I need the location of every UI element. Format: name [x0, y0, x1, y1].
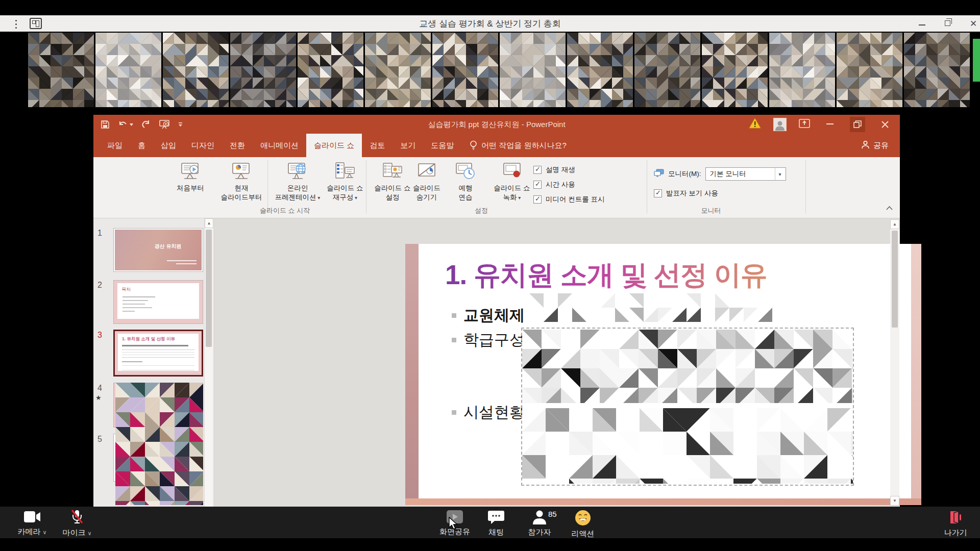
ribbon-tab-8[interactable]: 검토 [362, 134, 393, 157]
ppt-minimize-button[interactable] [822, 117, 838, 132]
slide-bullet-1: 교원체제 [452, 305, 525, 326]
ribbon-tab-1[interactable]: 파일 [100, 134, 130, 157]
participant-video-tile[interactable] [432, 33, 498, 107]
slide-bullet-3: 시설현황 [452, 402, 525, 423]
pixelated-censor-ghost [529, 293, 785, 322]
group-label-monitor: 모니터 [680, 206, 742, 215]
hide-slide-icon [407, 160, 447, 184]
participants-button[interactable]: 85 참가자 [517, 510, 562, 537]
participant-count: 85 [548, 510, 557, 518]
ribbon-tab-7[interactable]: 슬라이드 쇼 [306, 134, 362, 157]
content-placeholder-dashed[interactable] [521, 328, 854, 486]
ppt-restore-button[interactable] [850, 117, 865, 132]
checkbox-use-timings[interactable]: 시간 사용 [533, 180, 575, 189]
present-online-button[interactable]: 온라인 프레젠테이션 [270, 160, 326, 203]
pixelated-censor-block [522, 408, 853, 484]
slide-number-selected: 3 [97, 331, 102, 340]
meeting-topbar: 교생 실습 평가회 & 상반기 정기 총회 ✕ [0, 15, 980, 33]
scroll-up-icon[interactable]: ▲ [205, 218, 213, 228]
reactions-button[interactable]: 리액션 [562, 510, 603, 539]
customize-qat-icon[interactable] [178, 122, 183, 127]
mic-muted-icon [68, 510, 86, 525]
slide-thumbnail-3-selected[interactable]: 1. 유치원 소개 및 선정 이유 [113, 330, 203, 377]
chevron-down-icon: ▾ [775, 168, 781, 180]
restore-window-button[interactable] [943, 18, 954, 30]
participant-video-tile[interactable] [230, 33, 296, 107]
participant-video-tile[interactable] [702, 33, 768, 107]
video-strip [0, 32, 980, 108]
participant-video-tile[interactable] [634, 33, 700, 107]
participant-video-tile[interactable] [28, 33, 94, 107]
scroll-down-icon[interactable]: ▼ [890, 496, 899, 506]
canvas-scrollbar[interactable]: ▲ ▼ [890, 219, 899, 506]
start-slideshow-icon[interactable] [159, 119, 170, 130]
share-button[interactable]: 공유 [861, 134, 889, 157]
participant-video-tile[interactable] [567, 33, 633, 107]
scroll-up-icon[interactable]: ▲ [890, 219, 899, 229]
ribbon-tab-5[interactable]: 전환 [222, 134, 253, 157]
warning-icon[interactable] [749, 118, 761, 131]
slide-editor[interactable]: 1. 유치원 소개 및 선정 이유 교원체제 학급구성 시설현황 [405, 244, 921, 505]
bullet-marker [452, 338, 456, 342]
from-beginning-button[interactable]: 처음부터 [167, 160, 213, 193]
leave-button[interactable]: 나가기 [935, 510, 976, 538]
participant-video-tile[interactable] [769, 33, 835, 107]
ribbon-tab-4[interactable]: 디자인 [184, 134, 222, 157]
ribbon-tab-2[interactable]: 홈 [130, 134, 153, 157]
checkbox-play-narrations[interactable]: 설명 재생 [533, 165, 575, 174]
monitor-select[interactable]: 기본 모니터▾ [705, 167, 786, 181]
group-label-setup: 설정 [451, 206, 512, 215]
checkbox-show-media-controls[interactable]: 미디어 컨트롤 표시 [533, 195, 605, 204]
mouse-cursor [448, 517, 459, 530]
bullet-marker [452, 313, 456, 318]
panel-scrollbar[interactable]: ▲ [204, 218, 213, 507]
video-green-artifact [973, 39, 980, 82]
meeting-title: 교생 실습 평가회 & 상반기 정기 총회 [0, 15, 980, 33]
participant-video-tile[interactable] [837, 33, 902, 107]
participant-video-tile[interactable] [904, 33, 970, 107]
slide-thumbnail-2[interactable]: 목차 [113, 280, 203, 324]
ppt-titlebar: 실습평가회 ppt 경산유치원 - PowerPoint [93, 115, 900, 134]
ribbon-display-options-icon[interactable] [799, 118, 810, 131]
ribbon-tab-3[interactable]: 삽입 [153, 134, 184, 157]
camera-button[interactable]: 카메라 ∨ [10, 510, 54, 537]
chat-icon [487, 510, 505, 524]
participant-video-tile[interactable] [365, 33, 431, 107]
ppt-close-button[interactable] [877, 117, 893, 132]
ribbon-tab-6[interactable]: 애니메이션 [253, 134, 306, 157]
mic-button-muted[interactable]: 마이크 ∨ [55, 510, 99, 538]
participant-video-tile[interactable] [95, 33, 161, 107]
participant-video-tile[interactable] [163, 33, 229, 107]
participant-video-tile[interactable] [298, 33, 363, 107]
custom-slideshow-button[interactable]: 슬라이드 쇼 재구성 [323, 160, 367, 203]
undo-icon[interactable] [118, 120, 133, 129]
ppt-window-title: 실습평가회 ppt 경산유치원 - PowerPoint [292, 115, 701, 134]
checkbox-icon [654, 189, 662, 197]
close-window-button[interactable]: ✕ [968, 18, 979, 30]
redo-icon[interactable] [141, 120, 151, 129]
rehearse-timings-button[interactable]: 예행 연습 [451, 160, 480, 202]
ribbon-tab-10[interactable]: 도움말 [423, 134, 461, 157]
collapse-ribbon-icon[interactable] [886, 204, 893, 212]
from-current-slide-button[interactable]: 현재 슬라이드부터 [216, 160, 267, 202]
powerpoint-window: 실습평가회 ppt 경산유치원 - PowerPoint 파일홈삽입디자인전환애… [93, 115, 900, 507]
ppt-titlebar-controls [749, 115, 893, 134]
minimize-window-button[interactable] [917, 18, 928, 30]
chat-button[interactable]: 채팅 [476, 510, 517, 537]
ribbon-tab-9[interactable]: 보기 [393, 134, 423, 157]
slide-thumbnail-1[interactable]: 경산 유치원 [113, 228, 203, 272]
checkbox-use-presenter-view[interactable]: 발표자 보기 사용 [654, 189, 718, 198]
tell-me-search[interactable]: 어떤 작업을 원하시나요? [470, 134, 567, 157]
monitor-field: 모니터(M): 기본 모니터▾ [654, 167, 786, 181]
record-slideshow-button[interactable]: 슬라이드 쇼 녹화 [486, 160, 537, 203]
slide-number: 5 [97, 435, 102, 444]
save-icon[interactable] [101, 120, 110, 129]
meeting-bottom-toolbar: 카메라 ∨ 마이크 ∨ 화면공유 채팅 85 참가자 리액션 나가기 [0, 507, 980, 538]
slide-bullet-2: 학급구성 [452, 330, 525, 350]
present-online-icon [270, 160, 326, 184]
participant-video-tile[interactable] [500, 33, 566, 107]
monitor-icon [654, 169, 664, 179]
slide-canvas: 1. 유치원 소개 및 선정 이유 교원체제 학급구성 시설현황 ▲ ▼ [214, 218, 900, 507]
account-avatar[interactable] [773, 118, 787, 131]
hide-slide-button[interactable]: 슬라이드 숨기기 [407, 160, 447, 202]
